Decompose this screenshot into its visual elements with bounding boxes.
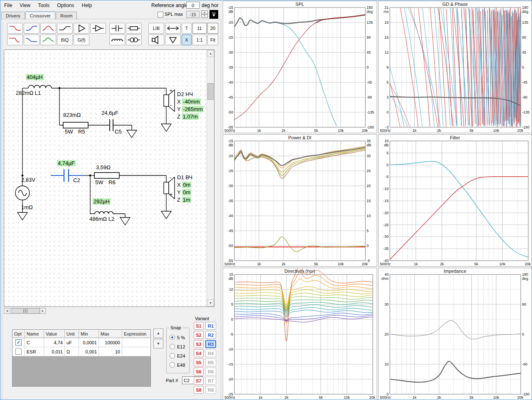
- col-min[interactable]: Min: [79, 330, 99, 338]
- tab-drivers[interactable]: Drivers: [1, 12, 25, 20]
- variant-r5-button[interactable]: R5: [205, 358, 216, 366]
- horizontal-scroll-thumb[interactable]: [11, 308, 40, 314]
- shelf-filter-button[interactable]: [57, 23, 73, 34]
- gain-function-button[interactable]: G(f): [74, 35, 89, 45]
- d1-z-label[interactable]: Z 1m: [177, 197, 191, 203]
- library-button[interactable]: LIB: [148, 23, 164, 34]
- r6-ref-label[interactable]: R6: [108, 179, 116, 186]
- menu-view[interactable]: View: [16, 1, 34, 10]
- variant-s4-button[interactable]: S4: [194, 349, 204, 357]
- d2-y-label[interactable]: Y -265mm: [177, 106, 204, 113]
- c2-ref-label[interactable]: C2: [73, 177, 80, 184]
- variant-r3-button[interactable]: R3: [205, 340, 216, 348]
- spl-max-checkbox[interactable]: [158, 12, 163, 17]
- spinner-down-icon[interactable]: ▼: [201, 14, 208, 18]
- l2-value-label[interactable]: 292µH: [93, 198, 111, 205]
- move-down-button[interactable]: ▼: [153, 339, 163, 348]
- d1-x-label[interactable]: X 0m: [177, 182, 191, 188]
- grid-rows-input[interactable]: 20: [207, 23, 218, 34]
- variant-s8-button[interactable]: S8: [194, 386, 204, 394]
- component-c5[interactable]: [110, 119, 113, 131]
- menu-tools[interactable]: Tools: [34, 1, 53, 10]
- snap-option-e24[interactable]: E24: [170, 353, 185, 358]
- variant-s3-button[interactable]: S3: [194, 340, 204, 348]
- resistor-button[interactable]: [126, 23, 142, 34]
- d2-x-label[interactable]: X -40mm: [177, 99, 201, 105]
- driver-button[interactable]: [148, 35, 164, 45]
- variant-s2-button[interactable]: S2: [194, 331, 204, 339]
- component-source[interactable]: [15, 186, 30, 200]
- horizontal-scrollbar[interactable]: ◄ ►: [4, 308, 46, 314]
- r5-ref-label[interactable]: R5: [78, 128, 85, 135]
- grid-columns-input[interactable]: 11: [192, 23, 207, 34]
- radio-icon[interactable]: [170, 344, 175, 349]
- col-value[interactable]: Value: [44, 330, 65, 338]
- variant-r6-button[interactable]: R6: [205, 368, 216, 375]
- scroll-down-icon[interactable]: ▼: [207, 299, 214, 306]
- ideal-amplifier-button[interactable]: [74, 23, 89, 34]
- component-d1[interactable]: [164, 177, 175, 199]
- component-d2[interactable]: [164, 90, 175, 111]
- variant-s5-button[interactable]: S5: [194, 358, 204, 366]
- l1-detail-label[interactable]: 282mΩ L1: [16, 90, 41, 96]
- table-row[interactable]: ✓ C 4,74 uF 0,0001 100000: [12, 338, 150, 347]
- d2-ref-label[interactable]: D2 НЧ: [177, 91, 193, 98]
- wire-button[interactable]: [165, 23, 181, 34]
- menu-options[interactable]: Options: [53, 1, 78, 10]
- menu-help[interactable]: Help: [78, 1, 96, 10]
- source-value-label[interactable]: 2,83V: [21, 177, 35, 183]
- opt-checkbox-checked[interactable]: ✓: [15, 339, 22, 346]
- variant-r8-button[interactable]: R8: [205, 386, 216, 394]
- l2-detail-label[interactable]: 486mΩ L2: [89, 216, 114, 222]
- transformer-button[interactable]: [126, 35, 142, 45]
- table-row[interactable]: ESR 0,011 Ω 0,001 10: [12, 347, 150, 356]
- variant-s7-button[interactable]: S7: [194, 377, 204, 385]
- variant-r7-button[interactable]: R7: [205, 377, 216, 385]
- r5-value-label[interactable]: 823mΩ: [63, 112, 81, 119]
- vertical-scrollbar[interactable]: ▲ ▼: [207, 50, 214, 306]
- text-tool-button[interactable]: T: [182, 23, 192, 34]
- col-max[interactable]: Max: [99, 330, 122, 338]
- reference-angle-input[interactable]: [186, 2, 200, 9]
- snap-option-e12[interactable]: E12: [170, 344, 185, 349]
- r6-value-label[interactable]: 3,59Ω: [96, 164, 111, 171]
- c5-value-label[interactable]: 24,6µF: [101, 110, 118, 116]
- fit-button[interactable]: Fit: [207, 35, 218, 45]
- tab-room[interactable]: Room: [56, 12, 77, 20]
- radio-icon[interactable]: [170, 353, 175, 358]
- variant-r1-button[interactable]: R1: [205, 322, 216, 330]
- polarity-button[interactable]: [165, 35, 181, 45]
- col-unit[interactable]: Unit: [65, 330, 79, 338]
- spl-max-spinner[interactable]: ▲ ▼: [201, 10, 208, 18]
- component-l2[interactable]: [95, 212, 113, 214]
- capacitor-button[interactable]: [109, 23, 125, 34]
- lowpass2-filter-button[interactable]: [7, 35, 23, 45]
- ratio-button[interactable]: 1:1: [192, 35, 207, 45]
- snap-option-5pct[interactable]: 5 %: [170, 335, 185, 340]
- scroll-up-icon[interactable]: ▲: [207, 50, 214, 57]
- bandpass-filter-button[interactable]: [40, 23, 56, 34]
- opt-checkbox-unchecked[interactable]: [15, 348, 22, 355]
- buffer-amplifier-button[interactable]: [90, 23, 106, 34]
- variant-r2-button[interactable]: R2: [205, 331, 216, 339]
- variant-s1-button[interactable]: S1: [194, 322, 204, 330]
- l1-value-label[interactable]: 404µH: [26, 74, 44, 81]
- x-toggle-button[interactable]: X: [182, 35, 192, 45]
- col-opt[interactable]: Opt: [12, 330, 25, 338]
- spl-max-value-input[interactable]: [186, 11, 200, 18]
- move-up-button[interactable]: ▲: [153, 328, 163, 338]
- menu-file[interactable]: File: [0, 1, 16, 10]
- radio-icon[interactable]: [170, 335, 175, 340]
- inductor-button[interactable]: [109, 35, 125, 45]
- peak-filter-button[interactable]: [40, 35, 56, 45]
- biquad-button[interactable]: BiQ: [57, 35, 73, 45]
- spinner-up-icon[interactable]: ▲: [201, 10, 208, 14]
- tab-crossover[interactable]: Crossover: [25, 11, 55, 20]
- snap-option-e48[interactable]: E48: [170, 362, 185, 368]
- scroll-right-icon[interactable]: ►: [40, 308, 46, 314]
- component-r5[interactable]: [63, 122, 88, 128]
- variant-r4-button[interactable]: R4: [205, 349, 216, 357]
- highpass2-filter-button[interactable]: [24, 35, 39, 45]
- col-expression[interactable]: Expression: [122, 330, 150, 338]
- c2-value-label[interactable]: 4,74µF: [57, 160, 76, 167]
